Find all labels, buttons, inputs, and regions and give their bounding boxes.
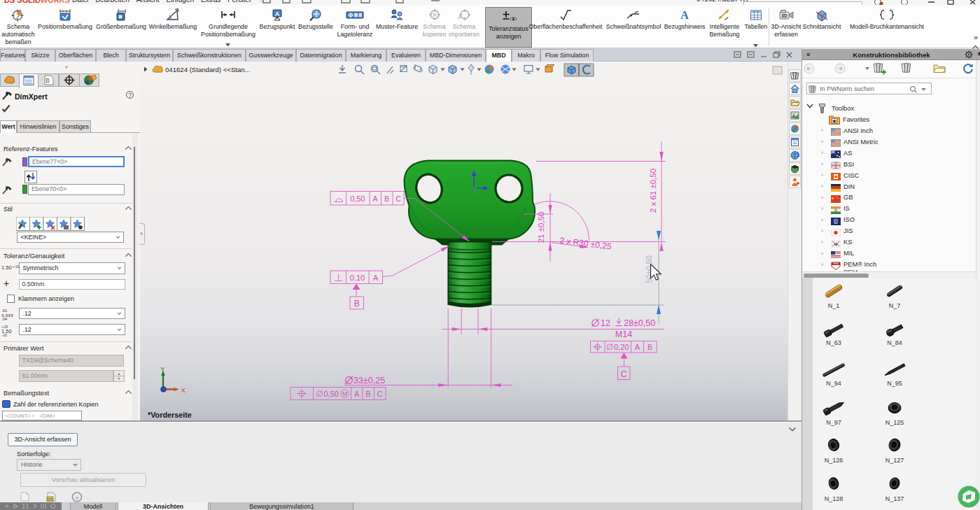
svg-text:12: 12: [601, 318, 610, 328]
svg-text:0,10: 0,10: [350, 274, 365, 282]
svg-text:C: C: [396, 194, 401, 203]
svg-text:041624 (Standard) <<Stan...: 041624 (Standard) <<Stan...: [165, 66, 251, 73]
svg-text:STP: STP: [47, 498, 53, 502]
svg-text:X: X: [181, 386, 186, 394]
svg-text:C: C: [377, 390, 383, 398]
svg-text:B: B: [365, 390, 370, 398]
svg-text:B: B: [46, 77, 50, 84]
svg-text:0,50: 0,50: [350, 194, 365, 203]
svg-text:Y: Y: [160, 365, 165, 373]
svg-text:28±0,50: 28±0,50: [624, 318, 655, 328]
svg-text:2 x 61 ±0,50: 2 x 61 ±0,50: [649, 169, 657, 213]
svg-text:B: B: [354, 299, 360, 309]
svg-text:A: A: [680, 9, 689, 21]
svg-text:M14: M14: [615, 330, 632, 339]
svg-text:e: e: [76, 495, 79, 501]
svg-text:C: C: [621, 369, 627, 379]
svg-text:21 ±0,50: 21 ±0,50: [537, 212, 545, 243]
svg-text:33±0,25: 33±0,25: [354, 376, 385, 385]
svg-text:0,50: 0,50: [324, 390, 339, 398]
svg-text:B: B: [384, 194, 389, 203]
svg-text:0,20: 0,20: [614, 343, 629, 351]
svg-text:A: A: [372, 194, 377, 203]
svg-text:A: A: [635, 343, 640, 351]
svg-text:*Vorderseite: *Vorderseite: [148, 411, 192, 419]
svg-text:B: B: [648, 343, 652, 351]
svg-text:2 x R30 ±0,25: 2 x R30 ±0,25: [559, 236, 612, 252]
svg-text:A: A: [354, 390, 359, 398]
svg-text:M: M: [342, 390, 347, 397]
svg-text:PEM: PEM: [833, 262, 839, 265]
svg-text:A: A: [275, 10, 280, 17]
svg-text:ISO: ISO: [834, 220, 838, 222]
svg-text:A: A: [373, 274, 378, 282]
